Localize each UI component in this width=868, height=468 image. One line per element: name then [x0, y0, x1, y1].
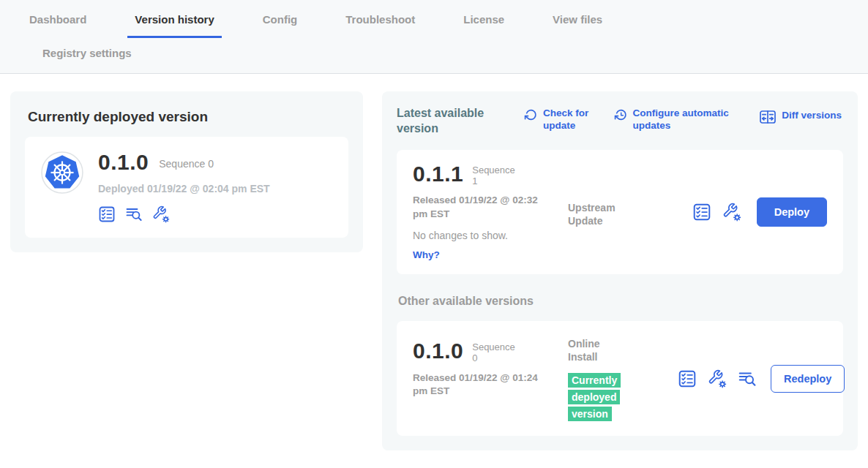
tab-registry-settings[interactable]: Registry settings: [35, 44, 139, 64]
latest-available-title: Latest available version: [397, 106, 498, 137]
deployed-timestamp: Deployed 01/19/22 @ 02:04 pm EST: [98, 183, 270, 195]
checklist-icon[interactable]: [98, 205, 116, 223]
nav-row-2: Registry settings: [35, 38, 868, 73]
latest-source-column: Upstream Update: [568, 163, 678, 261]
redeploy-button[interactable]: Redeploy: [771, 365, 845, 393]
currently-deployed-title: Currently deployed version: [28, 109, 347, 125]
tab-dashboard[interactable]: Dashboard: [22, 10, 94, 38]
latest-sequence-label: Sequence 1: [472, 165, 519, 187]
tab-config[interactable]: Config: [255, 10, 304, 38]
other-sequence-label: Sequence 0: [472, 342, 519, 364]
upstream-update-label: Upstream Update: [568, 201, 629, 227]
configure-automatic-updates-link[interactable]: Configure automatic updates: [614, 107, 744, 132]
currently-deployed-badge: Currently deployed version: [568, 373, 621, 421]
latest-available-panel: Latest available version Check for updat…: [382, 91, 858, 450]
latest-version-actions: Deploy: [692, 197, 827, 227]
main-content: Currently deployed version 0.1.0 Sequenc…: [0, 74, 868, 450]
check-for-update-link[interactable]: Check for update: [524, 107, 599, 132]
config-gear-icon[interactable]: [708, 369, 727, 388]
tab-view-files[interactable]: View files: [545, 10, 610, 38]
latest-version-info: 0.1.1 Sequence 1 Released 01/19/22 @ 02:…: [413, 163, 568, 261]
other-version-actions: Redeploy: [678, 365, 845, 393]
deployed-version-details: 0.1.0 Sequence 0 Deployed 01/19/22 @ 02:…: [98, 151, 270, 223]
other-version-card: 0.1.0 Sequence 0 Released 01/19/22 @ 01:…: [397, 321, 843, 436]
latest-released-timestamp: Released 01/19/22 @ 02:32 pm EST: [413, 194, 539, 220]
config-gear-icon[interactable]: [722, 203, 741, 222]
refresh-icon: [524, 108, 538, 122]
release-notes-icon[interactable]: [738, 369, 757, 388]
release-notes-icon[interactable]: [125, 205, 143, 223]
schedule-icon: [614, 108, 628, 122]
header-actions: Check for update Configure automatic upd…: [498, 106, 843, 132]
latest-available-header: Latest available version Check for updat…: [397, 106, 843, 137]
deployed-version-number: 0.1.0: [98, 151, 149, 173]
tab-troubleshoot[interactable]: Troubleshoot: [338, 10, 422, 38]
diff-icon: [759, 108, 777, 126]
other-version-number: 0.1.0: [413, 340, 463, 362]
config-gear-icon[interactable]: [152, 205, 170, 223]
tab-license[interactable]: License: [456, 10, 512, 38]
other-released-timestamp: Released 01/19/22 @ 01:24 pm EST: [413, 371, 539, 398]
other-source-column: Online Install Currently deployed versio…: [568, 334, 678, 423]
currently-deployed-panel: Currently deployed version 0.1.0 Sequenc…: [10, 91, 363, 252]
checklist-icon[interactable]: [692, 203, 711, 222]
top-nav: Dashboard Version history Config Trouble…: [0, 0, 868, 74]
deployed-version-card: 0.1.0 Sequence 0 Deployed 01/19/22 @ 02:…: [25, 137, 348, 238]
deploy-button[interactable]: Deploy: [757, 197, 827, 227]
why-link[interactable]: Why?: [413, 249, 440, 260]
checklist-icon[interactable]: [678, 369, 697, 388]
kubernetes-logo-icon: [41, 151, 83, 194]
diff-versions-link[interactable]: Diff versions: [759, 107, 842, 132]
configure-automatic-updates-label: Configure automatic updates: [633, 107, 744, 132]
currently-deployed-badge-wrap: Currently deployed version: [568, 372, 626, 423]
diff-versions-label: Diff versions: [782, 110, 842, 122]
latest-version-card: 0.1.1 Sequence 1 Released 01/19/22 @ 02:…: [397, 150, 843, 274]
nav-row-1: Dashboard Version history Config Trouble…: [22, 10, 868, 38]
latest-version-number: 0.1.1: [413, 163, 463, 185]
tab-version-history[interactable]: Version history: [127, 10, 221, 38]
online-install-label: Online Install: [568, 337, 629, 363]
no-changes-text: No changes to show.: [413, 230, 568, 241]
other-available-versions-title: Other available versions: [398, 295, 843, 308]
other-version-info: 0.1.0 Sequence 0 Released 01/19/22 @ 01:…: [413, 334, 568, 423]
deployed-sequence-label: Sequence 0: [159, 158, 214, 170]
check-for-update-label: Check for update: [543, 107, 599, 132]
